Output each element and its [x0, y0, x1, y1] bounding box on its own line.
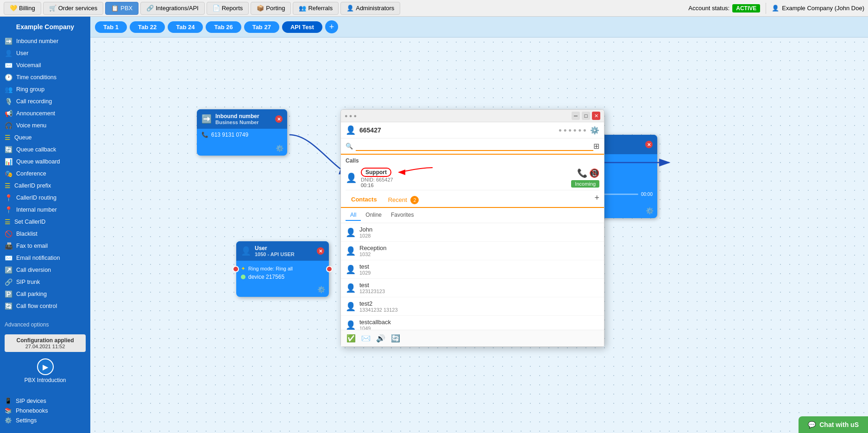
sidebar-item-email-notification[interactable]: ✉️ Email notification: [0, 252, 90, 264]
user-node[interactable]: 👤 User 1050 - API USER ✕ ✦ Ring mode: Ri…: [236, 241, 329, 297]
sidebar-item-sip-trunk[interactable]: 🔗 SIP trunk: [0, 276, 90, 288]
caller-name-badge: Support: [361, 168, 391, 177]
voicemail-node-gear-icon[interactable]: ⚙️: [646, 207, 654, 214]
sidebar-item-ring-group[interactable]: 👥 Ring group: [0, 83, 90, 95]
sidebar-item-user[interactable]: 👤 User: [0, 47, 90, 59]
billing-icon: 💛: [10, 5, 17, 12]
softphone-search-row: 🔍 ⊞: [341, 138, 604, 155]
sidebar-item-conference[interactable]: 🎭 Conference: [0, 168, 90, 180]
check-icon[interactable]: ✅: [346, 334, 356, 343]
tab-1[interactable]: Tab 1: [95, 21, 127, 33]
list-item[interactable]: 👤 Reception 1032: [341, 242, 604, 260]
ring-group-icon: 👥: [5, 86, 13, 93]
voicemail-time: 00:00: [641, 192, 653, 197]
tab-recent[interactable]: Recent 2: [383, 193, 425, 208]
contacts-recent-tabs: Contacts Recent 2 +: [341, 193, 604, 208]
nav-reports[interactable]: 📄 Reports: [207, 2, 249, 15]
content-area: Tab 1 Tab 22 Tab 24 Tab 26 Tab 27 API Te…: [90, 17, 868, 433]
sidebar-item-internal-number[interactable]: 📍 Internal number: [0, 204, 90, 216]
message-icon[interactable]: ✉️: [361, 334, 371, 343]
sidebar-item-call-flow-control[interactable]: 🔄 Call flow control: [0, 300, 90, 312]
history-icon[interactable]: 🔄: [391, 334, 400, 343]
tab-26[interactable]: Tab 26: [206, 21, 241, 33]
contact-ext: 1029: [359, 270, 371, 276]
sidebar-item-time-conditions[interactable]: 🕐 Time conditions: [0, 71, 90, 83]
filter-favorites[interactable]: Favorites: [386, 210, 418, 221]
sidebar-item-voicemail[interactable]: ✉️ Voicemail: [0, 59, 90, 71]
softphone-search-input[interactable]: [356, 141, 593, 151]
user-node-close-button[interactable]: ✕: [317, 247, 324, 255]
pbx-canvas[interactable]: ➡️ Inbound number Business Number ✕ 📞 61…: [90, 38, 868, 433]
user-node-gear-icon[interactable]: ⚙️: [317, 286, 325, 293]
dialer-gear-icon[interactable]: ⚙️: [590, 126, 599, 135]
referrals-icon: 👥: [299, 5, 306, 12]
sidebar-item-callerid-routing[interactable]: 📍 CallerID routing: [0, 192, 90, 204]
announcement-icon: 📢: [5, 110, 13, 117]
inbound-number-node[interactable]: ➡️ Inbound number Business Number ✕ 📞 61…: [197, 109, 287, 156]
inbound-node-gear-icon[interactable]: ⚙️: [276, 144, 283, 152]
contact-info: John 1028: [359, 226, 372, 238]
list-item[interactable]: 👤 testcallback 1049: [341, 316, 604, 330]
order-icon: 🛒: [49, 5, 57, 12]
grid-view-icon[interactable]: ⊞: [593, 142, 599, 151]
ring-mode-text: Ring mode: Ring all: [248, 266, 293, 271]
sidebar-item-queue-wallboard[interactable]: 📊 Queue wallboard: [0, 156, 90, 168]
nav-administrators[interactable]: 👤 Administrators: [340, 2, 400, 15]
sip-devices-icon: 📱: [5, 397, 12, 404]
volume-icon[interactable]: 🔊: [376, 334, 385, 343]
sidebar-item-phonebooks[interactable]: 📚 Phonebooks: [5, 407, 86, 414]
list-item[interactable]: 👤 test 123123123: [341, 279, 604, 297]
nav-order-services[interactable]: 🛒 Order services: [43, 2, 104, 15]
user-info[interactable]: 👤 Example Company (John Doe): [772, 5, 864, 12]
nav-integrations[interactable]: 🔗 Integrations/API: [140, 2, 205, 15]
close-button[interactable]: ✕: [592, 112, 600, 120]
contact-name: test: [359, 263, 371, 270]
list-item[interactable]: 👤 John 1028: [341, 223, 604, 242]
tab-contacts[interactable]: Contacts: [346, 193, 383, 208]
sidebar-item-call-recording[interactable]: 🎙️ Call recording: [0, 95, 90, 107]
tab-24[interactable]: Tab 24: [168, 21, 203, 33]
tab-api-test[interactable]: API Test: [282, 21, 322, 33]
add-contact-button[interactable]: +: [594, 193, 599, 207]
nav-referrals[interactable]: 👥 Referrals: [293, 2, 339, 15]
filter-online[interactable]: Online: [361, 210, 386, 221]
sidebar-item-queue[interactable]: ☰ Queue: [0, 132, 90, 144]
nav-porting[interactable]: 📦 Porting: [251, 2, 291, 15]
inbound-node-close-button[interactable]: ✕: [275, 115, 283, 123]
sidebar-item-set-callerid[interactable]: ☰ Set CallerID: [0, 216, 90, 228]
add-tab-button[interactable]: +: [325, 20, 338, 33]
sidebar-item-callerid-prefix[interactable]: ☰ CallerID prefix: [0, 180, 90, 192]
sidebar-item-inbound-number[interactable]: ➡️ Inbound number: [0, 35, 90, 47]
sidebar-item-fax-email[interactable]: 📠 Fax to email: [0, 240, 90, 252]
sidebar-item-voice-menu[interactable]: 🎧 Voice menu: [0, 119, 90, 132]
porting-icon: 📦: [257, 5, 264, 12]
sidebar-item-call-diversion[interactable]: ↗️ Call diversion: [0, 264, 90, 276]
sidebar-item-announcement[interactable]: 📢 Announcement: [0, 107, 90, 119]
advanced-options-label[interactable]: Advanced options: [0, 318, 90, 332]
chat-with-us-button[interactable]: 💬 Chat with uS: [799, 416, 868, 433]
filter-all[interactable]: All: [346, 210, 361, 221]
list-item[interactable]: 👤 test2 13341232 13123: [341, 297, 604, 316]
calls-label: Calls: [346, 157, 599, 164]
voicemail-node-close-button[interactable]: ✕: [645, 141, 653, 148]
calls-section: Calls 👤 Support: [341, 155, 604, 193]
nav-billing[interactable]: 💛 Billing: [4, 2, 41, 15]
search-icon: 🔍: [346, 143, 353, 150]
list-item[interactable]: 👤 test 1029: [341, 260, 604, 279]
sidebar-item-queue-callback[interactable]: 🔄 Queue callback: [0, 144, 90, 156]
reject-call-button[interactable]: 📵: [589, 168, 599, 178]
maximize-button[interactable]: □: [582, 112, 590, 120]
tab-27[interactable]: Tab 27: [244, 21, 279, 33]
answer-call-button[interactable]: 📞: [577, 168, 587, 178]
minimize-button[interactable]: ─: [572, 112, 580, 120]
contact-ext: 1028: [359, 233, 372, 238]
pbx-intro-play-button[interactable]: ▶: [37, 358, 54, 375]
conference-icon: 🎭: [5, 170, 13, 177]
sidebar-item-blacklist[interactable]: 🚫 Blacklist: [0, 228, 90, 240]
sidebar-item-call-parking[interactable]: 🅿️ Call parking: [0, 288, 90, 300]
sidebar-item-sip-devices[interactable]: 📱 SIP devices: [5, 397, 86, 404]
user-node-left-connector: [233, 266, 239, 272]
nav-pbx[interactable]: 📋 PBX: [105, 2, 138, 15]
tab-22[interactable]: Tab 22: [130, 21, 165, 33]
sidebar-item-settings[interactable]: ⚙️ Settings: [5, 417, 86, 424]
